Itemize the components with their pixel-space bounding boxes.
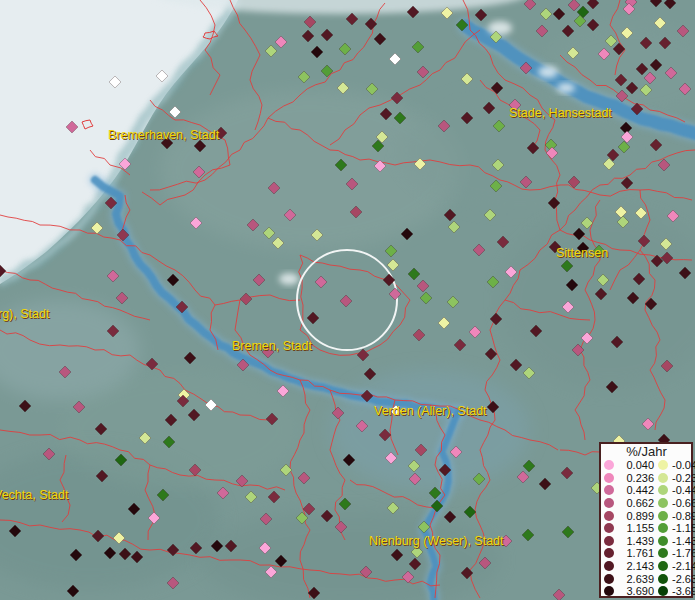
legend-row: 2.639-2.639 — [604, 572, 689, 585]
legend-swatch-positive — [604, 473, 614, 483]
legend-row: 2.143-2.143 — [604, 560, 689, 573]
legend-value-positive: 1.761 — [618, 547, 656, 559]
legend-value-positive: 0.040 — [618, 459, 656, 471]
legend-value-positive: 1.155 — [618, 522, 656, 534]
legend-swatch-positive — [604, 460, 614, 470]
legend-swatch-positive — [604, 561, 614, 571]
legend-row: 1.439-1.439 — [604, 535, 689, 548]
legend-swatch-negative — [658, 460, 668, 470]
legend-swatch-positive — [604, 574, 614, 584]
legend-value-negative: -3.690 — [672, 585, 695, 597]
legend-row: 3.690-3.690 — [604, 585, 689, 598]
city-label: Nienburg (Weser), Stadt — [369, 534, 504, 548]
legend: %/Jahr 0.040-0.0400.236-0.2360.442-0.442… — [599, 442, 693, 598]
map-viewport[interactable]: Bremerhaven, StadtBremerhaven, StadtStad… — [0, 0, 695, 600]
legend-swatch-positive — [604, 536, 614, 546]
legend-row: 0.040-0.040 — [604, 459, 689, 472]
legend-value-positive: 0.662 — [618, 497, 656, 509]
legend-swatch-positive — [604, 498, 614, 508]
cloud-blob — [488, 21, 512, 35]
city-label: Bremen, Stadt — [232, 339, 312, 353]
legend-value-negative: -0.442 — [672, 484, 695, 496]
city-label: rg), Stadt — [0, 307, 50, 321]
cloud-blob — [557, 83, 575, 93]
legend-title: %/Jahr — [604, 445, 689, 459]
legend-value-positive: 0.236 — [618, 472, 656, 484]
legend-swatch-positive — [604, 586, 614, 596]
legend-value-positive: 2.639 — [618, 573, 656, 585]
legend-rows: 0.040-0.0400.236-0.2360.442-0.4420.662-0… — [604, 459, 689, 598]
city-label: Vechta, Stadt — [0, 488, 69, 502]
cloud-blob — [279, 273, 299, 285]
city-label: Stade, Hansestadt — [509, 106, 612, 120]
legend-swatch-negative — [658, 511, 668, 521]
legend-swatch-negative — [658, 561, 668, 571]
legend-row: 0.236-0.236 — [604, 472, 689, 485]
legend-row: 0.442-0.442 — [604, 484, 689, 497]
legend-value-positive: 3.690 — [618, 585, 656, 597]
legend-swatch-negative — [658, 498, 668, 508]
legend-row: 1.761-1.761 — [604, 547, 689, 560]
city-label: Sittensen — [556, 246, 608, 260]
legend-value-negative: -1.155 — [672, 522, 695, 534]
map-canvas[interactable]: Bremerhaven, StadtBremerhaven, StadtStad… — [0, 0, 695, 600]
legend-value-negative: -0.899 — [672, 510, 695, 522]
legend-swatch-negative — [658, 485, 668, 495]
legend-swatch-negative — [658, 523, 668, 533]
legend-swatch-positive — [604, 548, 614, 558]
cloud-blob — [538, 66, 558, 78]
legend-row: 0.899-0.899 — [604, 509, 689, 522]
legend-value-positive: 0.442 — [618, 484, 656, 496]
legend-value-negative: -1.761 — [672, 547, 695, 559]
legend-swatch-positive — [604, 511, 614, 521]
legend-swatch-positive — [604, 485, 614, 495]
legend-row: 1.155-1.155 — [604, 522, 689, 535]
legend-value-positive: 2.143 — [618, 560, 656, 572]
city-label: Verden (Aller), Stadt — [374, 404, 487, 418]
legend-value-positive: 1.439 — [618, 535, 656, 547]
legend-value-negative: -0.236 — [672, 472, 695, 484]
legend-swatch-positive — [604, 523, 614, 533]
legend-row: 0.662-0.662 — [604, 497, 689, 510]
legend-value-negative: -0.662 — [672, 497, 695, 509]
legend-swatch-negative — [658, 586, 668, 596]
legend-value-negative: -2.639 — [672, 573, 695, 585]
legend-swatch-negative — [658, 473, 668, 483]
city-label: Bremerhaven, Stadt — [108, 128, 220, 142]
legend-value-negative: -2.143 — [672, 560, 695, 572]
legend-value-negative: -1.439 — [672, 535, 695, 547]
legend-swatch-negative — [658, 548, 668, 558]
legend-swatch-negative — [658, 574, 668, 584]
legend-swatch-negative — [658, 536, 668, 546]
legend-value-negative: -0.040 — [672, 459, 695, 471]
legend-value-positive: 0.899 — [618, 510, 656, 522]
